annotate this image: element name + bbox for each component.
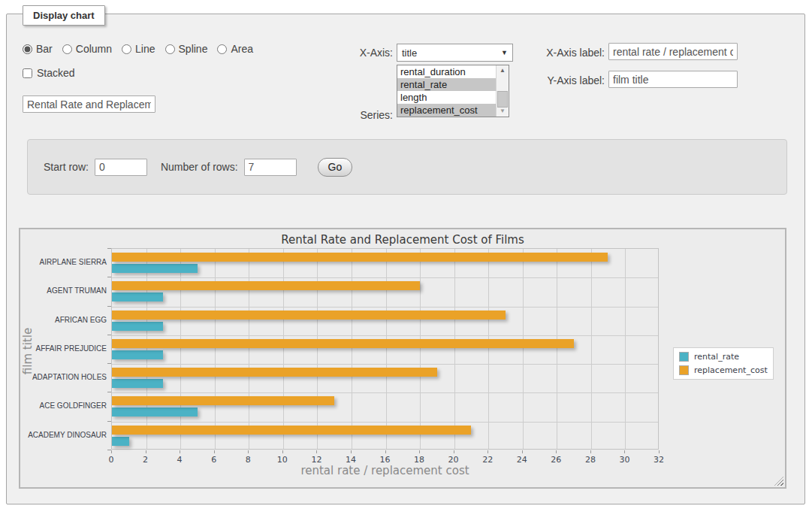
x-tick-mark (214, 450, 215, 453)
series-option-rental-rate[interactable]: rental_rate (397, 78, 496, 91)
gridline-vertical (215, 249, 216, 449)
x-tick-mark (351, 450, 352, 453)
chart-type-option-column[interactable]: Column (62, 43, 112, 55)
x-tick-mark (454, 450, 454, 453)
x-tick-mark (659, 450, 660, 453)
chart-type-option-line[interactable]: Line (122, 43, 155, 55)
y-tick-mark (107, 248, 111, 249)
bar-replacement_cost (112, 253, 608, 262)
chart-x-axis-title: rental rate / replacement cost (111, 464, 659, 477)
stacked-checkbox[interactable] (23, 68, 32, 78)
bar-replacement_cost (112, 396, 334, 405)
go-button[interactable]: Go (318, 158, 353, 177)
legend-label: rental_rate (694, 352, 739, 362)
bar-rental_rate (112, 350, 163, 359)
resize-handle-icon[interactable] (774, 477, 783, 486)
chart-type-option-area[interactable]: Area (217, 43, 253, 55)
legend-item: replacement_cost (679, 365, 768, 375)
x-tick-mark (316, 450, 317, 453)
scroll-up-icon[interactable]: ▲ (497, 65, 509, 76)
gridline-vertical (557, 249, 557, 449)
gridline-vertical (249, 249, 249, 449)
x-tick-mark (590, 450, 591, 453)
x-tick-mark (111, 450, 112, 453)
series-listbox[interactable]: rental_duration rental_rate length repla… (397, 65, 509, 117)
y-axis-label-field-label: Y-Axis label: (533, 74, 605, 86)
category-label: AGENT TRUMAN (22, 286, 107, 295)
panel-legend: Display chart (23, 5, 105, 26)
stacked-label: Stacked (37, 67, 75, 79)
chart-type-option-bar[interactable]: Bar (23, 43, 53, 55)
chart-type-radio-column[interactable] (62, 44, 72, 54)
series-list-label: Series: (337, 109, 393, 121)
bar-rental_rate (112, 292, 163, 301)
chart-plot-area (111, 248, 659, 450)
bar-rental_rate (112, 264, 198, 273)
x-tick-mark (385, 450, 386, 453)
series-option-length[interactable]: length (397, 91, 496, 104)
bar-replacement_cost (112, 339, 574, 348)
gridline-vertical (146, 249, 147, 449)
bar-rental_rate (112, 379, 163, 388)
chart-title-input[interactable] (23, 95, 155, 113)
x-axis-label-field-label: X-Axis label: (533, 47, 605, 59)
y-axis-label-input[interactable] (608, 71, 738, 88)
legend-item: rental_rate (679, 352, 768, 362)
gridline-vertical (488, 249, 489, 449)
gridline-vertical (454, 249, 455, 449)
x-tick-mark (282, 450, 283, 453)
gridline-vertical (352, 249, 352, 449)
bar-replacement_cost (112, 368, 437, 377)
y-tick-mark (107, 392, 111, 392)
gridline-horizontal (112, 307, 658, 308)
category-label: AFFAIR PREJUDICE (22, 344, 107, 353)
x-axis-selected-value: title (397, 47, 501, 59)
legend-swatch-replacement_cost (679, 365, 689, 375)
x-tick-mark (624, 450, 625, 453)
chart-type-radio-group: Bar Column Line Spline Area (23, 43, 253, 55)
display-chart-panel: Display chart Bar Column Line Spline Are… (6, 14, 805, 504)
category-label: AFRICAN EGG (22, 316, 107, 325)
x-tick-mark (180, 450, 180, 453)
gridline-horizontal (112, 335, 658, 336)
legend-label: replacement_cost (694, 365, 768, 375)
gridline-vertical (386, 249, 387, 449)
legend-swatch-rental_rate (679, 352, 689, 362)
bar-replacement_cost (112, 311, 506, 320)
chart-type-radio-line[interactable] (122, 44, 131, 54)
gridline-vertical (420, 249, 421, 449)
x-axis-label-input[interactable] (608, 43, 738, 60)
bar-replacement_cost (112, 426, 471, 435)
bar-rental_rate (112, 407, 198, 417)
gridline-vertical (523, 249, 524, 449)
gridline-vertical (317, 249, 318, 449)
gridline-vertical (591, 249, 592, 449)
stacked-option[interactable]: Stacked (23, 67, 75, 79)
chart-type-radio-spline[interactable] (165, 44, 175, 54)
x-tick-mark (146, 450, 146, 453)
series-option-rental-duration[interactable]: rental_duration (397, 65, 496, 78)
gridline-vertical (180, 249, 181, 449)
category-label: AIRPLANE SIERRA (22, 258, 107, 267)
chart-type-option-spline[interactable]: Spline (165, 43, 208, 55)
scroll-down-icon[interactable]: ▼ (497, 106, 509, 117)
bar-rental_rate (112, 322, 163, 331)
num-rows-input[interactable] (244, 159, 297, 176)
scrollbar-thumb[interactable] (497, 91, 508, 108)
y-tick-mark (107, 306, 111, 307)
category-label: ACADEMY DINOSAUR (22, 431, 107, 440)
chart-type-radio-area[interactable] (217, 44, 227, 54)
series-scrollbar[interactable]: ▲ ▼ (496, 65, 509, 117)
x-tick-mark (522, 450, 523, 453)
y-tick-mark (107, 335, 111, 335)
gridline-horizontal (112, 422, 658, 423)
chart-type-label-column: Column (76, 43, 112, 55)
chart-type-label-area: Area (231, 43, 253, 55)
series-option-replacement-cost[interactable]: replacement_cost (397, 104, 496, 117)
x-axis-select[interactable]: title ▼ (397, 44, 513, 62)
gridline-horizontal (112, 392, 658, 393)
gridline-horizontal (112, 364, 658, 365)
x-tick-mark (556, 450, 557, 453)
chart-type-radio-bar[interactable] (23, 44, 32, 54)
start-row-input[interactable] (95, 159, 147, 176)
